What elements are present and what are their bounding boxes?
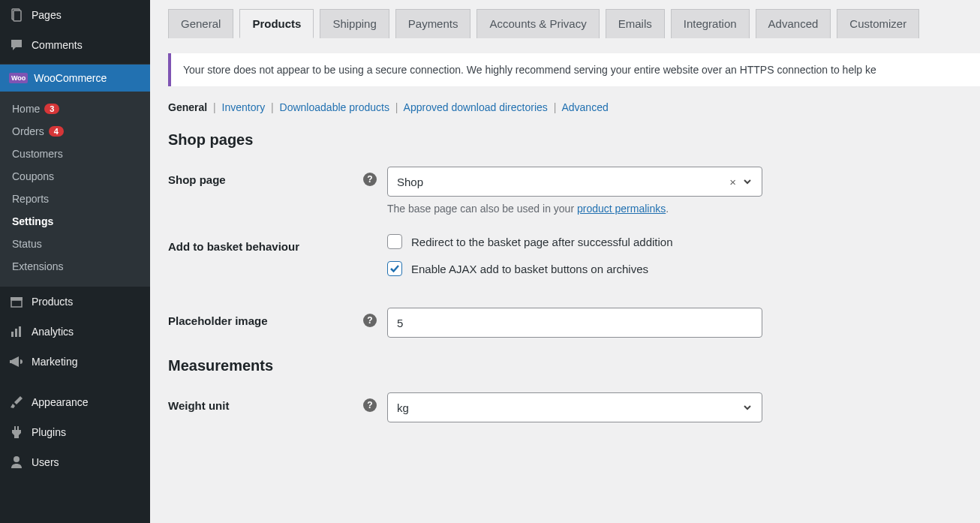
sidebar-item-pages[interactable]: Pages xyxy=(0,0,150,30)
placeholder-image-input[interactable] xyxy=(387,308,762,338)
tab-products[interactable]: Products xyxy=(239,9,314,38)
sidebar-label: WooCommerce xyxy=(34,72,107,84)
https-notice: Your store does not appear to be using a… xyxy=(168,53,980,86)
row-add-to-basket: Add to basket behaviour Redirect to the … xyxy=(168,234,980,288)
tab-general[interactable]: General xyxy=(168,9,233,38)
svg-rect-6 xyxy=(19,326,21,337)
analytics-icon xyxy=(9,324,24,339)
sidebar-item-products[interactable]: Products xyxy=(0,287,150,317)
subtab-advanced[interactable]: Advanced xyxy=(561,101,608,113)
help-icon[interactable]: ? xyxy=(363,398,377,412)
svg-rect-4 xyxy=(11,332,14,337)
svg-point-7 xyxy=(14,456,20,462)
svg-rect-1 xyxy=(14,11,21,21)
chevron-down-icon xyxy=(742,176,753,187)
weight-unit-select[interactable]: kg xyxy=(387,392,762,422)
subtab-approved-dirs[interactable]: Approved download directories xyxy=(404,101,548,113)
sidebar-label: Products xyxy=(32,296,73,308)
sidebar-label: Pages xyxy=(32,9,62,21)
count-badge: 3 xyxy=(44,104,59,114)
product-permalinks-link[interactable]: product permalinks xyxy=(577,203,666,215)
sidebar-label: Analytics xyxy=(32,326,74,338)
shop-page-select[interactable]: Shop × xyxy=(387,167,762,197)
redirect-checkbox[interactable] xyxy=(387,234,402,249)
brush-icon xyxy=(9,395,24,410)
row-placeholder-image: Placeholder image ? xyxy=(168,308,980,338)
products-subtabs: General | Inventory | Downloadable produ… xyxy=(168,101,980,113)
chevron-down-icon xyxy=(742,402,753,413)
label-placeholder-image: Placeholder image xyxy=(168,314,268,327)
sidebar-item-appearance[interactable]: Appearance xyxy=(0,387,150,417)
sidebar-label: Marketing xyxy=(32,356,77,368)
svg-rect-3 xyxy=(11,300,22,307)
tab-shipping[interactable]: Shipping xyxy=(320,9,389,38)
comment-icon xyxy=(9,38,24,53)
submenu-item-home[interactable]: Home3 xyxy=(0,98,150,120)
subtab-downloadable[interactable]: Downloadable products xyxy=(280,101,389,113)
shop-page-description: The base page can also be used in your p… xyxy=(387,203,980,215)
settings-tabs: GeneralProductsShippingPaymentsAccounts … xyxy=(168,9,980,38)
notice-text: Your store does not appear to be using a… xyxy=(183,64,876,76)
sidebar-item-users[interactable]: Users xyxy=(0,447,150,477)
row-shop-page: Shop page ? Shop × The base page can als… xyxy=(168,167,980,215)
submenu-item-status[interactable]: Status xyxy=(0,233,150,255)
tab-advanced[interactable]: Advanced xyxy=(756,9,831,38)
tab-integration[interactable]: Integration xyxy=(671,9,750,38)
subtab-inventory[interactable]: Inventory xyxy=(222,101,266,113)
sidebar-item-woocommerce[interactable]: Woo WooCommerce xyxy=(0,65,150,92)
svg-rect-5 xyxy=(15,329,17,337)
sidebar-item-comments[interactable]: Comments xyxy=(0,30,150,60)
ajax-label: Enable AJAX add to basket buttons on arc… xyxy=(411,263,648,275)
clear-icon[interactable]: × xyxy=(729,176,736,188)
submenu-item-settings[interactable]: Settings xyxy=(0,210,150,233)
user-icon xyxy=(9,455,24,470)
subtab-general[interactable]: General xyxy=(168,101,207,113)
submenu-item-orders[interactable]: Orders4 xyxy=(0,120,150,143)
ajax-checkbox[interactable] xyxy=(387,261,402,276)
main-content: GeneralProductsShippingPaymentsAccounts … xyxy=(150,0,980,523)
label-weight-unit: Weight unit xyxy=(168,399,229,412)
submenu-item-reports[interactable]: Reports xyxy=(0,188,150,210)
sidebar-label: Comments xyxy=(32,39,83,51)
archive-icon xyxy=(9,294,24,309)
help-icon[interactable]: ? xyxy=(363,314,377,327)
count-badge: 4 xyxy=(49,126,64,137)
sidebar-label: Plugins xyxy=(32,426,66,438)
section-shop-pages: Shop pages xyxy=(168,131,980,149)
admin-sidebar: Pages Comments Woo WooCommerce Home3Orde… xyxy=(0,0,150,523)
sidebar-item-analytics[interactable]: Analytics xyxy=(0,317,150,347)
label-shop-page: Shop page xyxy=(168,173,226,186)
shop-page-value: Shop xyxy=(397,176,423,188)
section-measurements: Measurements xyxy=(168,357,980,374)
redirect-label: Redirect to the basket page after succes… xyxy=(411,236,673,248)
row-weight-unit: Weight unit ? kg xyxy=(168,392,980,422)
label-add-to-basket: Add to basket behaviour xyxy=(168,240,299,253)
submenu-item-coupons[interactable]: Coupons xyxy=(0,165,150,188)
plugin-icon xyxy=(9,425,24,440)
weight-unit-value: kg xyxy=(397,401,409,414)
sidebar-label: Appearance xyxy=(32,396,89,408)
tab-customizer[interactable]: Customizer xyxy=(837,9,919,38)
megaphone-icon xyxy=(9,354,24,369)
sidebar-item-plugins[interactable]: Plugins xyxy=(0,417,150,447)
pages-icon xyxy=(9,8,24,23)
woo-icon: Woo xyxy=(9,73,28,83)
submenu-item-customers[interactable]: Customers xyxy=(0,143,150,165)
sidebar-item-marketing[interactable]: Marketing xyxy=(0,347,150,377)
tab-payments[interactable]: Payments xyxy=(395,9,471,38)
sidebar-label: Users xyxy=(32,456,59,468)
tab-emails[interactable]: Emails xyxy=(606,9,665,38)
help-icon[interactable]: ? xyxy=(363,173,377,186)
woocommerce-submenu: Home3Orders4CustomersCouponsReportsSetti… xyxy=(0,92,150,287)
submenu-item-extensions[interactable]: Extensions xyxy=(0,255,150,278)
tab-accounts-privacy[interactable]: Accounts & Privacy xyxy=(476,9,599,38)
